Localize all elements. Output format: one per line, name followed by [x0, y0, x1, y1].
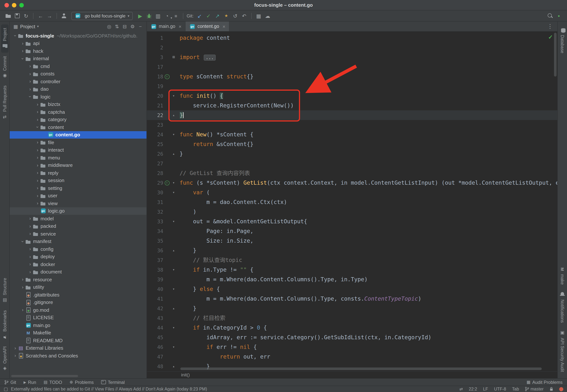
code-line[interactable]: 22 } — [147, 110, 557, 120]
chevron-icon[interactable] — [28, 79, 33, 84]
fold-marker-icon[interactable] — [171, 81, 177, 91]
caret-position[interactable]: 22:2 — [469, 387, 477, 391]
tree-row[interactable]: cmd — [10, 62, 146, 70]
code-line[interactable]: 23 — [147, 120, 557, 130]
chevron-icon[interactable] — [35, 155, 40, 160]
close-tab-icon[interactable] — [222, 24, 225, 29]
tree-row[interactable]: model — [10, 215, 146, 222]
tree-row[interactable]: consts — [10, 70, 146, 78]
horizontal-scrollbar[interactable] — [180, 367, 542, 370]
code-line[interactable]: 25 return &sContent{} — [147, 139, 557, 149]
code-line[interactable]: 20 func init() { — [147, 91, 557, 101]
fold-marker-icon[interactable] — [171, 207, 177, 217]
chevron-icon[interactable] — [35, 186, 40, 190]
chevron-icon[interactable] — [35, 110, 40, 114]
chevron-icon[interactable] — [20, 239, 25, 244]
gutter-icon[interactable] — [163, 304, 171, 313]
fold-marker-icon[interactable] — [171, 333, 177, 342]
gutter-icon[interactable] — [163, 149, 171, 159]
fold-marker-icon[interactable] — [171, 120, 177, 130]
fold-marker-icon[interactable] — [171, 33, 177, 43]
code-line[interactable]: 32 ) — [147, 207, 557, 217]
code-line[interactable]: 35 Size: in.Size, — [147, 236, 557, 246]
tree-row[interactable]: deploy — [10, 253, 146, 260]
tree-row[interactable]: api — [10, 40, 146, 47]
code-line[interactable]: 1 package content — [147, 33, 557, 43]
tree-row[interactable]: hack — [10, 47, 146, 55]
gutter-icon[interactable] — [163, 178, 171, 188]
gutter-icon[interactable] — [163, 130, 171, 139]
code-line[interactable]: 43 // 栏目检索 — [147, 313, 557, 323]
tab-main-go[interactable]: main.go — [147, 22, 186, 31]
code-line[interactable]: 45 idArray, err := service.Category().Ge… — [147, 333, 557, 342]
coverage-button[interactable] — [154, 11, 162, 20]
code-line[interactable]: 2 — [147, 43, 557, 52]
code-line[interactable]: 28 // GetList 查询内容列表 — [147, 168, 557, 178]
code-line[interactable]: 46 if err != nil { — [147, 342, 557, 352]
indent-style[interactable]: Tab — [512, 387, 519, 391]
fold-marker-icon[interactable] — [171, 265, 177, 275]
gutter-icon[interactable] — [163, 323, 171, 333]
fold-marker-icon[interactable] — [171, 168, 177, 178]
tool-window-button[interactable]: Project — [1, 25, 8, 53]
gutter-icon[interactable] — [163, 275, 171, 284]
fold-marker-icon[interactable] — [171, 110, 177, 120]
fold-marker-icon[interactable] — [171, 342, 177, 352]
code-line[interactable]: 27 — [147, 159, 557, 168]
chevron-icon[interactable] — [35, 125, 40, 129]
profiler-button[interactable] — [162, 11, 171, 20]
plugin-status-icon[interactable] — [554, 11, 563, 20]
fold-marker-icon[interactable] — [171, 255, 177, 265]
chevron-icon[interactable] — [20, 49, 25, 53]
fold-marker-icon[interactable] — [171, 236, 177, 246]
tree-row[interactable]: session — [10, 177, 146, 184]
chevron-icon[interactable] — [13, 353, 18, 358]
line-ending[interactable]: LF — [483, 387, 488, 391]
git-branch-widget[interactable]: master — [525, 387, 544, 391]
hide-panel-icon[interactable] — [136, 24, 144, 29]
fold-marker-icon[interactable] — [171, 275, 177, 284]
tree-row[interactable]: document — [10, 268, 146, 276]
toolwindow-terminal-button[interactable]: Terminal — [101, 379, 125, 385]
forward-icon[interactable] — [45, 11, 54, 20]
tree-row[interactable]: logic — [10, 93, 146, 100]
editor-pane[interactable]: 1 package content 2 — [147, 32, 557, 371]
fold-marker-icon[interactable] — [171, 159, 177, 168]
gutter-icon[interactable] — [163, 91, 171, 101]
tree-row[interactable]: Makefile — [10, 329, 146, 337]
chevron-icon[interactable] — [13, 346, 18, 350]
code-line[interactable]: 31 m = dao.Content.Ctx(ctx) — [147, 197, 557, 207]
tree-row[interactable]: .gitignore — [10, 299, 146, 306]
chevron-icon[interactable] — [13, 34, 18, 38]
toolwindow-run-button[interactable]: Run — [24, 379, 36, 385]
tab-options-icon[interactable]: ⋮ — [543, 23, 557, 30]
chevron-icon[interactable] — [28, 72, 33, 76]
tool-window-button[interactable]: Bookmarks — [1, 307, 8, 343]
build-icon[interactable] — [254, 11, 263, 20]
history-icon[interactable] — [231, 11, 240, 20]
code-line[interactable]: 24 func New() *sContent { — [147, 130, 557, 139]
fold-marker-icon[interactable] — [171, 284, 177, 294]
gutter-icon[interactable] — [163, 226, 171, 236]
fold-marker-icon[interactable] — [171, 217, 177, 226]
back-icon[interactable] — [36, 11, 45, 20]
code-line[interactable]: 30 var ( — [147, 188, 557, 197]
run-button[interactable] — [136, 11, 145, 20]
sync-status-icon[interactable] — [459, 387, 463, 392]
gutter-icon[interactable] — [163, 246, 171, 255]
chevron-icon[interactable] — [28, 216, 33, 221]
fold-marker-icon[interactable] — [171, 246, 177, 255]
gutter-icon[interactable] — [163, 333, 171, 342]
fold-marker-icon[interactable] — [171, 52, 177, 62]
toolwindow-todo-button[interactable]: TODO — [44, 379, 62, 385]
tree-row[interactable]: file — [10, 139, 146, 146]
breadcrumb[interactable]: init() — [147, 371, 557, 378]
gutter-icon[interactable] — [163, 62, 171, 72]
lock-icon[interactable] — [550, 387, 553, 391]
user-profile-icon[interactable] — [59, 11, 68, 20]
code-line[interactable]: 47 return out, err — [147, 352, 557, 362]
tool-window-button[interactable]: Pull Requests — [1, 82, 8, 124]
fold-marker-icon[interactable] — [171, 43, 177, 52]
code-line[interactable]: 42 } — [147, 304, 557, 313]
tree-row[interactable]: go.mod — [10, 306, 146, 314]
